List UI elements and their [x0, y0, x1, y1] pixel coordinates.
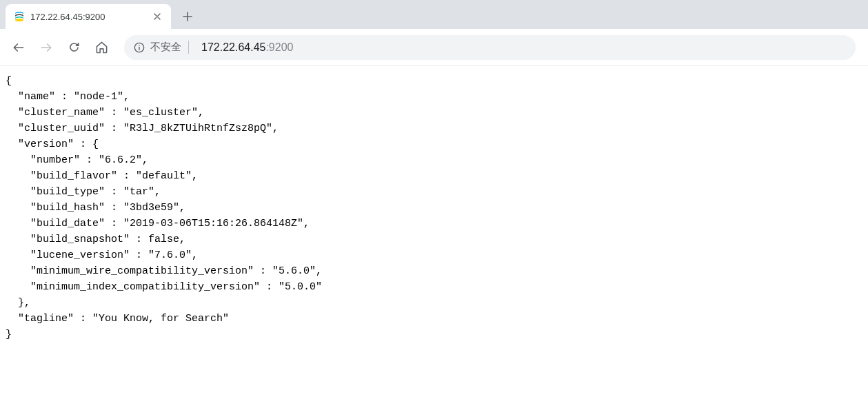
json-build-type: tar [130, 186, 148, 198]
info-icon [134, 42, 145, 53]
security-indicator[interactable]: 不安全 [134, 41, 189, 54]
url-port: :9200 [265, 41, 293, 54]
tab-title: 172.22.64.45:9200 [30, 12, 146, 22]
json-build-snapshot: false [148, 234, 179, 245]
url-text: 172.22.64.45:9200 [196, 41, 293, 54]
arrow-right-icon [39, 41, 53, 54]
json-lucene-version: 7.6.0 [154, 249, 185, 261]
url-host: 172.22.64.45 [201, 41, 265, 54]
address-bar[interactable]: 不安全 172.22.64.45:9200 [124, 35, 856, 60]
browser-toolbar: 不安全 172.22.64.45:9200 [0, 29, 868, 66]
json-min-index-compat: 5.0.0 [285, 281, 316, 293]
back-button[interactable] [7, 36, 30, 59]
home-icon [95, 41, 108, 54]
json-build-hash: 3bd3e59 [130, 202, 173, 214]
json-name: node-1 [80, 91, 117, 103]
json-tagline: You Know, for Search [99, 313, 223, 325]
svg-point-2 [139, 45, 140, 46]
plus-icon [183, 12, 192, 21]
new-tab-button[interactable] [178, 7, 197, 26]
json-cluster-uuid: R3lJ_8kZTUihRtnfZsz8pQ [130, 123, 266, 134]
reload-icon [68, 41, 81, 54]
elasticsearch-favicon-icon [14, 11, 25, 22]
browser-tab[interactable]: 172.22.64.45:9200 [6, 4, 171, 29]
security-label: 不安全 [150, 41, 181, 54]
close-tab-button[interactable] [152, 11, 163, 22]
response-body: { "name" : "node-1", "cluster_name" : "e… [0, 66, 868, 349]
json-cluster-name: es_cluster [130, 107, 192, 119]
forward-button[interactable] [34, 36, 58, 59]
tab-strip: 172.22.64.45:9200 [0, 0, 868, 29]
close-icon [154, 13, 161, 20]
json-build-flavor: default [142, 170, 185, 182]
json-build-date: 2019-03-06T15:16:26.864148Z [130, 218, 297, 229]
reload-button[interactable] [62, 36, 85, 59]
json-min-wire-compat: 5.6.0 [279, 265, 310, 277]
home-button[interactable] [90, 36, 113, 59]
json-version-number: 6.6.2 [105, 154, 136, 166]
arrow-left-icon [12, 41, 26, 54]
